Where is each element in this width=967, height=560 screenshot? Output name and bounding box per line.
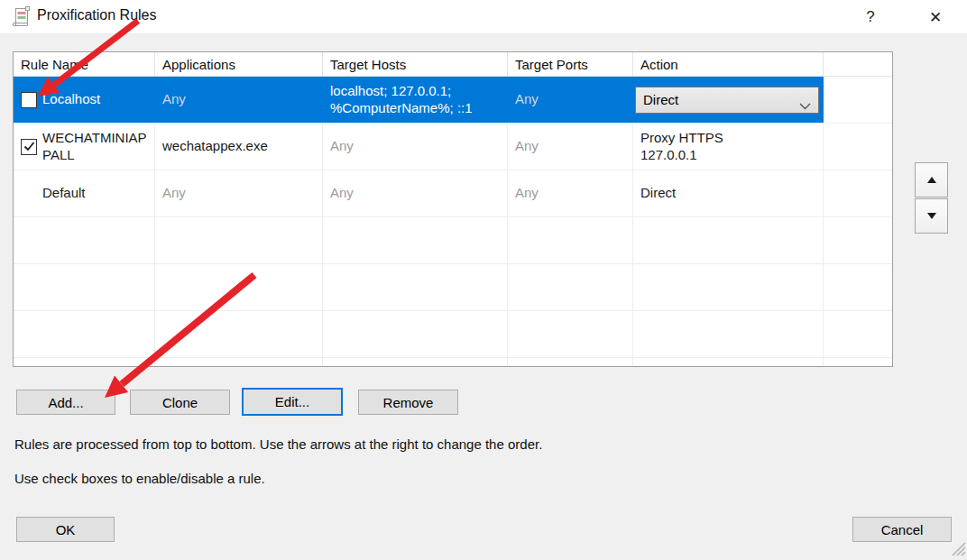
- rule-name-label: WECHATMINIAPPALL: [42, 130, 154, 164]
- action-value: Proxy HTTPS 127.0.0.1: [640, 130, 723, 164]
- rule-name-cell: WECHATMINIAPPALL: [14, 124, 155, 170]
- target-ports-value: Any: [515, 185, 539, 202]
- note-processing-order: Rules are processed from top to bottom. …: [14, 436, 542, 452]
- move-up-button[interactable]: [915, 162, 948, 197]
- action-cell: Proxy HTTPS 127.0.0.1: [633, 124, 824, 170]
- target-hosts-cell: Any: [323, 170, 508, 216]
- table-header-row: Rule Name Applications Target Hosts Targ…: [14, 52, 892, 77]
- move-down-button[interactable]: [915, 198, 948, 234]
- note-checkboxes: Use check boxes to enable/disable a rule…: [14, 471, 265, 486]
- action-dropdown-value: Direct: [643, 92, 678, 107]
- applications-value: Any: [162, 91, 186, 108]
- window-title: Proxification Rules: [37, 7, 157, 23]
- target-ports-cell: Any: [508, 124, 633, 170]
- target-hosts-cell: localhost; 127.0.0.1; %ComputerName%; ::…: [323, 77, 508, 123]
- help-icon[interactable]: ?: [857, 5, 884, 29]
- target-hosts-value: Any: [330, 138, 354, 155]
- triangle-down-icon: [927, 213, 936, 219]
- target-ports-value: Any: [515, 138, 539, 155]
- column-header-rule-name[interactable]: Rule Name: [14, 52, 155, 76]
- blank-cell: [824, 77, 892, 123]
- chevron-down-icon: [799, 97, 811, 113]
- triangle-up-icon: [927, 177, 936, 183]
- table-row-default[interactable]: Default Any Any Any Direct: [14, 170, 892, 217]
- rule-name-cell: Localhost: [14, 77, 155, 123]
- column-header-target-hosts[interactable]: Target Hosts: [323, 52, 508, 76]
- empty-table-row: [14, 217, 892, 264]
- action-dropdown[interactable]: Direct: [635, 87, 819, 114]
- applications-value: Any: [162, 185, 186, 202]
- target-ports-value: Any: [515, 91, 539, 108]
- target-ports-cell: Any: [508, 77, 633, 123]
- target-hosts-value: Any: [330, 185, 354, 202]
- action-cell: Direct: [633, 170, 824, 216]
- rule-name-label: Localhost: [42, 91, 100, 108]
- column-header-action[interactable]: Action: [633, 52, 824, 76]
- action-value: Direct: [640, 185, 676, 202]
- ok-button[interactable]: OK: [16, 517, 115, 542]
- title-bar: Proxification Rules ? ✕: [0, 0, 967, 34]
- rule-name-cell: Default: [14, 170, 155, 216]
- edit-button[interactable]: Edit...: [242, 388, 343, 416]
- rule-checkbox-localhost[interactable]: [21, 92, 37, 108]
- column-header-applications[interactable]: Applications: [155, 52, 323, 76]
- table-row-wechatminiappall[interactable]: WECHATMINIAPPALL wechatappex.exe Any Any…: [14, 124, 892, 170]
- rules-scroll-icon: [12, 6, 32, 28]
- blank-cell: [824, 170, 892, 216]
- applications-value: wechatappex.exe: [162, 138, 268, 155]
- resize-grip[interactable]: [951, 541, 966, 559]
- remove-button[interactable]: Remove: [358, 390, 458, 415]
- rule-name-label: Default: [42, 185, 86, 202]
- applications-cell: wechatappex.exe: [155, 124, 323, 170]
- clone-button[interactable]: Clone: [130, 390, 230, 415]
- table-row-localhost[interactable]: Localhost Any localhost; 127.0.0.1; %Com…: [14, 77, 892, 124]
- empty-table-row: [14, 264, 892, 311]
- target-hosts-value: localhost; 127.0.0.1; %ComputerName%; ::…: [330, 83, 473, 117]
- cancel-button[interactable]: Cancel: [852, 517, 952, 542]
- add-button[interactable]: Add...: [16, 390, 115, 415]
- blank-cell: [824, 124, 892, 170]
- applications-cell: Any: [155, 77, 323, 123]
- column-header-blank: [824, 52, 892, 76]
- target-ports-cell: Any: [508, 170, 633, 216]
- applications-cell: Any: [155, 170, 323, 216]
- close-icon[interactable]: ✕: [922, 5, 949, 29]
- empty-table-row: [14, 311, 892, 358]
- rules-table: Rule Name Applications Target Hosts Targ…: [13, 51, 893, 367]
- action-cell: Direct: [633, 77, 824, 123]
- target-hosts-cell: Any: [323, 124, 508, 170]
- column-header-target-ports[interactable]: Target Ports: [508, 52, 633, 76]
- empty-table-row: [14, 358, 892, 367]
- rule-checkbox-wechatminiappall[interactable]: [21, 139, 37, 155]
